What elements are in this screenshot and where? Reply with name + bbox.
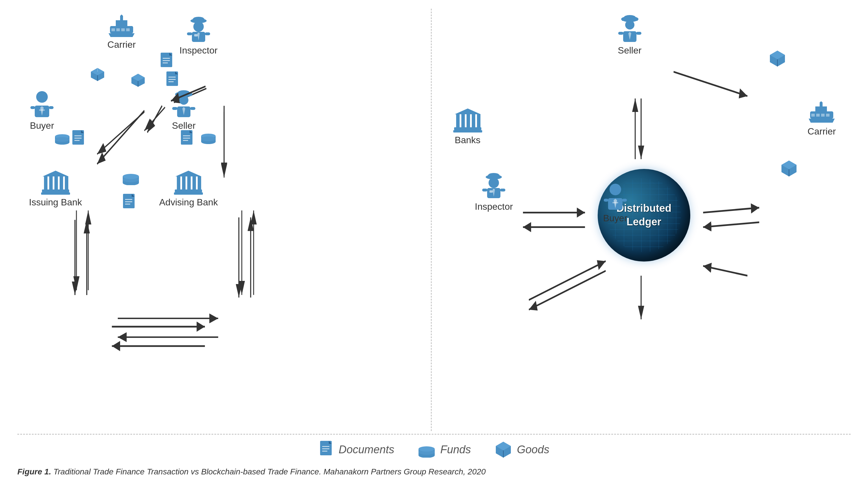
left-issuing-bank-label: Issuing Bank bbox=[29, 197, 82, 208]
right-panel: DistributedLedger Seller bbox=[437, 9, 851, 431]
svg-rect-128 bbox=[472, 114, 475, 127]
left-box-carrier bbox=[90, 67, 106, 84]
svg-rect-149 bbox=[500, 189, 505, 192]
left-doc-seller bbox=[180, 130, 195, 150]
right-seller-label: Seller bbox=[618, 45, 642, 56]
svg-point-143 bbox=[489, 173, 499, 176]
svg-rect-61 bbox=[163, 60, 170, 61]
svg-rect-52 bbox=[182, 176, 186, 190]
svg-rect-133 bbox=[815, 106, 827, 112]
svg-rect-43 bbox=[44, 176, 48, 190]
goods-icon-right-top bbox=[768, 49, 787, 68]
legend-goods-icon bbox=[494, 440, 513, 459]
right-inspector-label: Inspector bbox=[475, 201, 513, 212]
svg-point-183 bbox=[418, 450, 435, 455]
svg-marker-124 bbox=[455, 108, 481, 114]
svg-rect-139 bbox=[826, 114, 830, 117]
left-doc-banks bbox=[122, 193, 137, 213]
left-carrier-label: Carrier bbox=[107, 39, 136, 50]
svg-rect-53 bbox=[187, 176, 191, 190]
svg-rect-15 bbox=[116, 28, 120, 31]
left-seller-node: Seller bbox=[171, 90, 197, 131]
svg-rect-31 bbox=[30, 106, 35, 109]
svg-rect-14 bbox=[112, 28, 115, 31]
goods-icon-left-carrier bbox=[90, 67, 106, 83]
left-coins-buyer bbox=[54, 130, 71, 146]
left-arrows bbox=[18, 9, 431, 431]
svg-rect-125 bbox=[456, 114, 460, 127]
svg-rect-153 bbox=[604, 199, 609, 202]
svg-line-168 bbox=[703, 208, 759, 213]
svg-rect-25 bbox=[194, 34, 198, 36]
svg-rect-66 bbox=[168, 79, 176, 80]
legend-funds-label: Funds bbox=[440, 444, 471, 456]
left-coins-banks bbox=[122, 169, 141, 186]
svg-rect-17 bbox=[126, 28, 130, 31]
document-icon-1 bbox=[159, 52, 175, 71]
left-buyer-label: Buyer bbox=[30, 120, 54, 131]
inspector-icon bbox=[186, 14, 212, 43]
svg-rect-103 bbox=[125, 204, 130, 204]
svg-line-109 bbox=[147, 106, 162, 132]
svg-rect-44 bbox=[49, 176, 53, 190]
svg-rect-154 bbox=[622, 199, 627, 202]
svg-line-2 bbox=[97, 112, 144, 154]
svg-marker-13 bbox=[120, 14, 123, 16]
left-doc-inspector2 bbox=[165, 71, 181, 91]
svg-rect-127 bbox=[467, 114, 470, 127]
svg-rect-126 bbox=[461, 114, 465, 127]
svg-point-22 bbox=[193, 22, 204, 32]
left-buyer-node: Buyer bbox=[29, 90, 55, 131]
svg-point-21 bbox=[193, 17, 204, 20]
svg-point-28 bbox=[36, 91, 48, 103]
svg-marker-50 bbox=[176, 171, 202, 176]
svg-point-98 bbox=[123, 177, 139, 182]
svg-rect-83 bbox=[74, 138, 82, 138]
svg-marker-18 bbox=[108, 33, 134, 37]
document-icon-seller bbox=[180, 130, 195, 149]
svg-rect-54 bbox=[192, 176, 196, 190]
svg-rect-130 bbox=[454, 127, 481, 130]
svg-rect-33 bbox=[39, 109, 45, 111]
right-box-top bbox=[768, 49, 787, 69]
document-icon-banks bbox=[122, 193, 137, 212]
svg-rect-131 bbox=[453, 130, 482, 132]
legend-doc-icon bbox=[319, 440, 335, 459]
svg-point-118 bbox=[624, 15, 636, 20]
svg-marker-42 bbox=[42, 171, 69, 176]
svg-rect-49 bbox=[41, 192, 70, 195]
coins-icon-left-seller bbox=[200, 130, 217, 144]
svg-line-173 bbox=[674, 72, 747, 96]
svg-rect-137 bbox=[816, 114, 820, 117]
document-icon-buyer bbox=[71, 130, 87, 149]
svg-rect-122 bbox=[618, 32, 623, 35]
left-advising-bank-label: Advising Bank bbox=[159, 197, 218, 208]
svg-line-169 bbox=[703, 222, 759, 227]
right-buyer-icon bbox=[602, 182, 628, 211]
svg-rect-32 bbox=[49, 106, 54, 109]
svg-line-174 bbox=[703, 266, 747, 276]
svg-rect-93 bbox=[183, 138, 190, 138]
legend-documents: Documents bbox=[319, 440, 394, 459]
coins-icon-left-buyer bbox=[54, 130, 71, 144]
left-carrier-node: Carrier bbox=[107, 14, 136, 50]
left-inspector-node: Inspector bbox=[180, 14, 218, 56]
svg-rect-129 bbox=[477, 114, 480, 127]
right-buyer-node: Buyer bbox=[602, 182, 628, 224]
seller-icon-left bbox=[171, 90, 197, 119]
svg-rect-60 bbox=[163, 58, 170, 59]
left-advising-bank-node: Advising Bank bbox=[159, 169, 218, 208]
svg-line-3 bbox=[145, 107, 165, 131]
svg-rect-47 bbox=[65, 176, 68, 190]
svg-point-144 bbox=[489, 177, 499, 188]
svg-rect-94 bbox=[183, 140, 188, 141]
goods-icon-right-bottom bbox=[780, 159, 799, 178]
left-arrows-overlay bbox=[18, 9, 431, 431]
svg-rect-46 bbox=[60, 176, 63, 190]
right-seller-icon bbox=[617, 14, 643, 43]
svg-line-108 bbox=[97, 110, 144, 164]
svg-rect-26 bbox=[187, 32, 192, 35]
svg-rect-101 bbox=[125, 199, 132, 200]
left-doc-inspector bbox=[159, 52, 175, 72]
legend-row: Documents Funds Goods bbox=[18, 434, 850, 462]
